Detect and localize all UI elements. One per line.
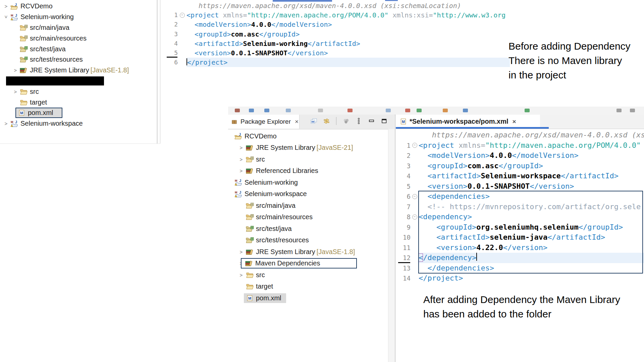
- collapse-all-icon[interactable]: [310, 118, 318, 124]
- tree-item-src-main-resources[interactable]: >src/main/resources: [228, 212, 388, 223]
- svg-text:M: M: [235, 179, 237, 182]
- code-line-9[interactable]: 9 <groupId>org.seleniumhq.selenium</grou…: [397, 222, 644, 233]
- code-line-11[interactable]: 11 <version>4.22.0</version>: [397, 243, 644, 253]
- line-number: 8: [397, 212, 411, 222]
- annotation-after: After adding Dependency the Maven Librar…: [423, 292, 644, 321]
- tab-package-explorer[interactable]: Package Explorer ×: [228, 115, 300, 129]
- tree-item-selenium-workspace[interactable]: MJSelenium-workspace: [228, 188, 388, 200]
- tree-item-jre-system-library[interactable]: >JRE System Library[JavaSE-1.8]: [228, 246, 388, 258]
- code-text: <project xmlns="http://maven.apache.org/…: [186, 10, 510, 20]
- code-line-4[interactable]: 4 <artifactId>Selenium-working</artifact…: [166, 39, 510, 48]
- panel-divider[interactable]: [395, 115, 395, 362]
- expand-chevron-icon[interactable]: >: [237, 157, 246, 162]
- fold-spacer: [178, 1, 186, 10]
- tree-item-selenium-working[interactable]: MJSelenium-working: [228, 177, 388, 188]
- fold-collapse-icon[interactable]: −: [178, 10, 186, 20]
- tree-item-pom-xml[interactable]: >Mpom.xml: [0, 108, 157, 118]
- tree-item-label: src/main/resources: [30, 35, 87, 42]
- tree-item-maven-dependencies[interactable]: >Maven Dependencies: [228, 258, 388, 269]
- tree-item-target[interactable]: >target: [0, 97, 157, 108]
- code-line-1[interactable]: 1−<project xmlns="http://maven.apache.or…: [166, 10, 510, 20]
- tree-item-referenced-libraries[interactable]: >Referenced Libraries: [228, 165, 388, 177]
- code-text: <modelVersion>4.0.0</modelVersion>: [419, 150, 644, 161]
- maven-project-icon: MJ: [234, 191, 243, 197]
- code-line-14[interactable]: 14</project>: [397, 273, 644, 284]
- code-text: <version>0.0.1-SNAPSHOT</version>: [186, 48, 510, 58]
- maximize-icon[interactable]: [380, 118, 388, 124]
- expand-chevron-icon[interactable]: >: [3, 13, 9, 21]
- code-line-8[interactable]: 8−<dependency>: [397, 212, 644, 222]
- code-line-3[interactable]: 3 <groupId>com.asc</groupId>: [166, 29, 510, 39]
- fold-spacer: [411, 171, 419, 181]
- expand-chevron-icon[interactable]: >: [237, 272, 246, 278]
- tree-item-src-test-java[interactable]: >src/test/java: [228, 223, 388, 235]
- code-area-before[interactable]: https://maven.apache.org/xsd/maven-4.0.0…: [164, 0, 510, 67]
- tree-item-selenium-working[interactable]: >MJSelenium-working: [0, 12, 157, 22]
- tree-item-src-test-java[interactable]: >src/test/java: [0, 44, 157, 54]
- scrollbar[interactable]: [388, 129, 394, 362]
- expand-chevron-icon[interactable]: >: [2, 3, 10, 9]
- expand-chevron-icon[interactable]: >: [237, 145, 246, 150]
- tree-item-selenium-workspace[interactable]: >MJSelenium-workspace: [0, 118, 157, 129]
- tree-item-src-test-resources[interactable]: >src/test/resources: [228, 235, 388, 246]
- tree-item-rcvdemo[interactable]: JRCVDemo: [228, 130, 388, 142]
- highlight-box: Mpom.xml: [15, 108, 62, 118]
- panel-divider[interactable]: [160, 0, 160, 143]
- expand-chevron-icon[interactable]: >: [11, 67, 19, 73]
- tree-item-src-main-resources[interactable]: >src/main/resources: [0, 33, 157, 44]
- tab-selenium-workspace-pom[interactable]: M *Selenium-workspace/pom.xml ×: [396, 115, 540, 128]
- screenshot-edge: [0, 143, 160, 144]
- expand-chevron-icon[interactable]: >: [237, 168, 246, 174]
- code-line-6[interactable]: 6</project>: [166, 58, 510, 67]
- tree-item-pom-xml[interactable]: >Mpom.xml: [228, 292, 388, 304]
- tree-item-rcvdemo[interactable]: >JRCVDemo: [0, 1, 157, 12]
- code-line-schema-header[interactable]: https://maven.apache.org/xsd/maven-4.0.0…: [397, 130, 644, 140]
- code-line-7[interactable]: 7 <!-- https://mvnrepository.com/artifac…: [397, 202, 644, 212]
- minimize-icon[interactable]: [367, 118, 376, 124]
- code-text: <groupId>com.asc</groupId>: [186, 29, 510, 39]
- close-icon[interactable]: ×: [295, 118, 299, 125]
- code-line-5[interactable]: 5 <version>0.0.1-SNAPSHOT</version>: [397, 181, 644, 192]
- svg-text:M: M: [11, 120, 13, 124]
- code-line-3[interactable]: 3 <groupId>com.asc</groupId>: [397, 161, 644, 171]
- code-line-2[interactable]: 2 <modelVersion>4.0.0</modelVersion>: [166, 20, 510, 29]
- panel-divider[interactable]: [157, 0, 157, 143]
- code-line-1[interactable]: 1−<project xmlns="http://maven.apache.or…: [397, 140, 644, 151]
- tree-item-jre-system-library[interactable]: >JRE System Library[JavaSE-1.8]: [0, 65, 157, 76]
- tree-item-src[interactable]: >src: [0, 86, 157, 97]
- test-package-folder-icon: [19, 46, 28, 52]
- link-with-editor-icon[interactable]: [322, 118, 331, 124]
- fold-collapse-icon[interactable]: −: [411, 140, 419, 151]
- line-number: 1: [397, 140, 411, 151]
- tree-item-src-main-java[interactable]: >src/main/java: [0, 22, 157, 33]
- code-line-2[interactable]: 2 <modelVersion>4.0.0</modelVersion>: [397, 150, 644, 161]
- tree-item-src-test-resources[interactable]: >src/test/resources: [0, 54, 157, 65]
- line-number: [166, 1, 178, 10]
- code-area-after[interactable]: https://maven.apache.org/xsd/maven-4.0.0…: [396, 129, 644, 362]
- code-line-13[interactable]: 13 </dependencies>: [397, 263, 644, 274]
- code-line-4[interactable]: 4 <artifactId>Selenium-workspace</artifa…: [397, 171, 644, 181]
- tree-item-src[interactable]: >src: [228, 269, 388, 281]
- expand-chevron-icon[interactable]: >: [2, 121, 10, 126]
- code-text: </project>: [186, 58, 510, 67]
- tree-item-src[interactable]: >src: [228, 154, 388, 165]
- close-icon[interactable]: ×: [513, 118, 516, 125]
- code-line-12[interactable]: 12</dependency>: [397, 253, 644, 263]
- tree-item-jre-system-library[interactable]: >JRE System Library[JavaSE-21]: [228, 142, 388, 154]
- code-text: <artifactId>Selenium-working</artifactId…: [186, 39, 510, 48]
- code-line-6[interactable]: 6− <dependencies>: [397, 191, 644, 202]
- line-number: 1: [166, 10, 178, 20]
- fold-collapse-icon[interactable]: −: [411, 212, 419, 222]
- code-line-10[interactable]: 10 <artifactId>selenium-java</artifactId…: [397, 232, 644, 243]
- code-line-5[interactable]: 5 <version>0.0.1-SNAPSHOT</version>: [166, 48, 510, 58]
- tree-item-src-main-java[interactable]: >src/main/java: [228, 200, 388, 212]
- tree-item-target[interactable]: >target: [228, 281, 388, 293]
- fold-spacer: [178, 20, 186, 29]
- view-menu-icon[interactable]: [355, 118, 363, 124]
- line-number: 3: [397, 161, 411, 171]
- fold-collapse-icon[interactable]: −: [411, 191, 419, 202]
- code-line-schema-header[interactable]: https://maven.apache.org/xsd/maven-4.0.0…: [166, 1, 510, 10]
- expand-chevron-icon[interactable]: >: [237, 249, 246, 255]
- focus-icon[interactable]: [342, 118, 350, 124]
- expand-chevron-icon[interactable]: >: [11, 89, 19, 95]
